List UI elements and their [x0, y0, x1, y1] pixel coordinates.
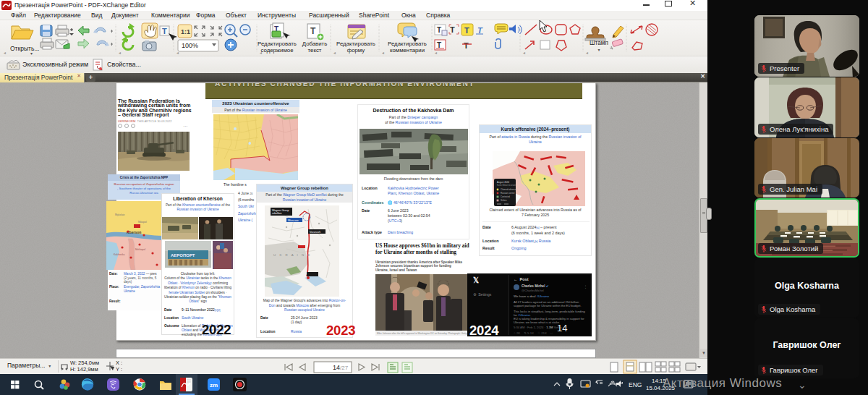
svg-text:Contested: Contested [501, 195, 510, 198]
svg-text:Kursk Oblast incursion: Kursk Oblast incursion [497, 184, 516, 187]
svg-text:zm: zm [210, 382, 218, 388]
svg-text:Moscow: Moscow [288, 218, 299, 222]
svg-text:◄: ◄ [176, 51, 179, 55]
svg-text:100%: 100% [182, 42, 198, 49]
svg-text:T: T [310, 26, 316, 36]
svg-text:T: T [464, 26, 469, 35]
svg-text:August 2024: August 2024 [497, 181, 509, 184]
svg-text:T: T [450, 25, 455, 34]
svg-text:◄: ◄ [3, 51, 7, 55]
svg-text:Russian control: Russian control [501, 192, 515, 195]
svg-text:Claimed advance: Claimed advance [501, 188, 516, 191]
svg-text:1:1: 1:1 [181, 28, 190, 35]
svg-text:U K R A I N E: U K R A I N E [273, 253, 311, 257]
svg-text:T: T [437, 26, 441, 34]
svg-text:ENG: ENG [629, 381, 642, 388]
svg-text:◄: ◄ [118, 51, 122, 55]
svg-text:T: T [437, 41, 441, 49]
svg-text:rebellion: rebellion [272, 212, 282, 215]
svg-text:Kakhovka: Kakhovka [114, 253, 124, 256]
svg-text:Voronezh: Voronezh [310, 231, 320, 234]
svg-text:◄: ◄ [434, 51, 438, 55]
svg-text:14: 14 [333, 364, 340, 371]
svg-text:Strikes: Strikes [501, 199, 507, 202]
svg-text:/27: /27 [340, 365, 349, 371]
svg-text:АЕРОПОРТ: АЕРОПОРТ [171, 253, 195, 258]
svg-text:Mykolaiv: Mykolaiv [115, 213, 125, 216]
svg-text:T: T [477, 26, 483, 35]
svg-text:T: T [464, 41, 469, 50]
svg-text:Melitopol: Melitopol [135, 248, 145, 251]
svg-text:Mike Johnson after the bill's: Mike Johnson after the bill's approval i… [377, 332, 467, 335]
svg-text:Nikopol: Nikopol [138, 221, 147, 224]
svg-text:◄: ◄ [522, 51, 526, 55]
svg-text:T: T [162, 27, 167, 35]
